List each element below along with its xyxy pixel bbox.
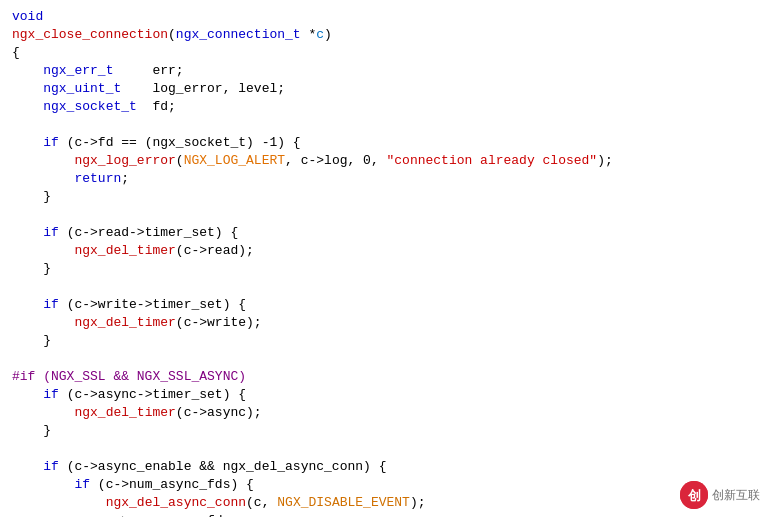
code-line [0, 206, 768, 224]
code-line: void [0, 8, 768, 26]
code-line: ngx_del_async_conn(c, NGX_DISABLE_EVENT)… [0, 494, 768, 512]
code-line [0, 116, 768, 134]
code-line [0, 350, 768, 368]
code-line [0, 278, 768, 296]
code-line: ngx_uint_t log_error, level; [0, 80, 768, 98]
code-line: ngx_del_timer(c->read); [0, 242, 768, 260]
watermark-icon: 创 [680, 481, 708, 509]
code-line: } [0, 422, 768, 440]
code-line: if (c->async_enable && ngx_del_async_con… [0, 458, 768, 476]
svg-text:创: 创 [687, 488, 701, 503]
code-line: ngx_err_t err; [0, 62, 768, 80]
code-line: } [0, 332, 768, 350]
code-line: c->num_async_fds--; [0, 512, 768, 517]
code-line: if (c->async->timer_set) { [0, 386, 768, 404]
code-line: ngx_socket_t fd; [0, 98, 768, 116]
code-line: ngx_del_timer(c->write); [0, 314, 768, 332]
function-name: ngx_close_connection [12, 26, 168, 44]
code-line: } [0, 188, 768, 206]
code-line: ngx_log_error(NGX_LOG_ALERT, c->log, 0, … [0, 152, 768, 170]
watermark-label: 创新互联 [712, 487, 760, 504]
code-container: void ngx_close_connection(ngx_connection… [0, 0, 768, 517]
code-line: if (c->num_async_fds) { [0, 476, 768, 494]
code-line: return; [0, 170, 768, 188]
code-line: ngx_del_timer(c->async); [0, 404, 768, 422]
code-line: } [0, 260, 768, 278]
code-line: ngx_close_connection(ngx_connection_t *c… [0, 26, 768, 44]
code-line: if (c->fd == (ngx_socket_t) -1) { [0, 134, 768, 152]
watermark-logo: 创 [680, 481, 708, 509]
code-line: { [0, 44, 768, 62]
code-line [0, 440, 768, 458]
watermark: 创 创新互联 [680, 481, 760, 509]
code-line: if (c->read->timer_set) { [0, 224, 768, 242]
code-line: if (c->write->timer_set) { [0, 296, 768, 314]
code-line: #if (NGX_SSL && NGX_SSL_ASYNC) [0, 368, 768, 386]
keyword: void [12, 8, 43, 26]
